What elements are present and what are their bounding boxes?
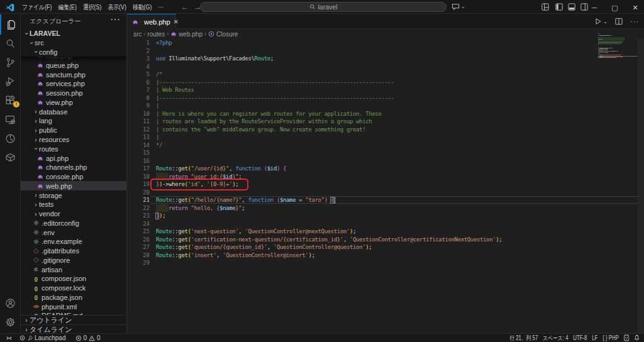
indentation-item[interactable]: スペース: 4 — [541, 334, 571, 342]
php-file-icon — [37, 183, 43, 189]
chevron-right-icon: › — [33, 108, 39, 115]
problems-item[interactable]: 0 0 — [72, 334, 104, 342]
tree-sticky-config[interactable]: ›config — [21, 48, 127, 57]
run-button[interactable]: ⌄ — [594, 18, 608, 25]
tree-item-tests[interactable]: ›tests — [21, 200, 127, 209]
tree-item-resources[interactable]: ›resources — [21, 135, 127, 145]
tree-item-artisan[interactable]: artisan — [21, 265, 127, 274]
language-mode-item[interactable]: { }PHP — [601, 334, 622, 342]
breadcrumb-src[interactable]: src — [133, 31, 142, 38]
tree-item-api-php[interactable]: api.php — [21, 153, 127, 163]
tree-item-routes[interactable]: ›routes — [21, 144, 127, 153]
php-file-icon — [132, 19, 138, 25]
settings-gear-icon[interactable] — [0, 312, 21, 332]
line-number: 14 — [127, 141, 150, 150]
tree-item--editorconfig[interactable]: .editorconfig — [21, 218, 127, 228]
split-editor-icon[interactable] — [615, 18, 623, 25]
code-line-9: 9| — [127, 102, 644, 110]
menu-3[interactable]: 表示(V) — [104, 0, 129, 14]
remote-explorer-icon[interactable] — [0, 109, 21, 130]
breadcrumb-file[interactable]: web.php — [179, 31, 203, 38]
breadcrumb-symbol[interactable]: Closure — [216, 31, 238, 38]
tree-item--gitignore[interactable]: .gitignore — [21, 256, 127, 265]
remote-indicator[interactable] — [0, 334, 16, 342]
explorer-icon[interactable] — [0, 14, 21, 35]
minimize-button[interactable]: ─ — [586, 1, 603, 14]
tree-item--env-example[interactable]: .env.example — [21, 237, 127, 246]
tree-item-package-json[interactable]: {}package.json — [21, 293, 127, 302]
tree-sticky-LARAVEL[interactable]: ›LARAVEL — [21, 29, 127, 38]
close-button[interactable]: ✕ — [626, 1, 644, 14]
code-line-17: 17Route::get("/user/{id}", function ($id… — [127, 165, 644, 173]
php-file-icon — [37, 62, 43, 69]
tab-web-php[interactable]: web.php ✕ — [127, 14, 176, 29]
editor-scrollbar[interactable] — [638, 39, 644, 333]
breadcrumb-routes[interactable]: routes — [147, 31, 165, 38]
launchpad-item[interactable]: Launchpad — [16, 334, 69, 342]
menu-5[interactable]: ··· — [155, 0, 167, 14]
line-number: 25 — [127, 228, 150, 236]
git-file-icon — [33, 257, 39, 263]
run-debug-icon[interactable] — [0, 71, 21, 91]
gear-file-icon — [33, 220, 39, 226]
tree-item-channels-php[interactable]: channels.php — [21, 163, 127, 172]
code-line-4: 4 — [127, 63, 644, 71]
search-icon[interactable] — [0, 33, 21, 53]
menu-0[interactable]: ファイル(F) — [19, 0, 55, 14]
tree-item-web-php[interactable]: web.php — [21, 181, 127, 190]
outline-section[interactable]: ›アウトライン — [21, 315, 127, 324]
chat-dropdown-caret[interactable]: ⌄ — [461, 0, 465, 14]
menu-4[interactable]: 移動(G) — [130, 0, 155, 14]
tree-sticky-src[interactable]: ›src — [21, 38, 127, 48]
tree-item-storage[interactable]: ›storage — [21, 190, 127, 200]
line-number: 2 — [127, 47, 150, 55]
toggle-sidebar-icon[interactable] — [555, 3, 563, 11]
nav-back-button[interactable]: ← — [181, 0, 189, 14]
sidebar-more-actions[interactable]: ··· — [110, 14, 120, 25]
menu-2[interactable]: 選択(S) — [80, 0, 104, 14]
tree-item-lang[interactable]: ›lang — [21, 116, 127, 126]
run-dropdown-caret[interactable]: ⌄ — [603, 19, 608, 25]
extensions-icon[interactable]: ! — [0, 90, 21, 110]
tree-item-view-php[interactable]: view.php — [21, 98, 127, 108]
tree-item-sanctum-php[interactable]: sanctum.php — [21, 70, 127, 79]
containers-icon[interactable] — [0, 147, 21, 167]
symbol-closure-icon — [208, 31, 214, 37]
tab-close-icon[interactable]: ✕ — [174, 18, 179, 25]
command-center-search[interactable]: laravel — [200, 2, 447, 12]
php-file-icon — [37, 72, 43, 78]
line-number: 26 — [127, 236, 150, 244]
tree-item-vendor[interactable]: ›vendor — [21, 209, 127, 219]
tree-item-session-php[interactable]: session.php — [21, 89, 127, 98]
menu-1[interactable]: 編集(E) — [55, 0, 79, 14]
tree-item-console-php[interactable]: console.php — [21, 172, 127, 182]
encoding-item[interactable]: UTF-8 — [571, 334, 590, 342]
tree-item-services-php[interactable]: services.php — [21, 79, 127, 89]
code-editor[interactable]: 1<?php23use Illuminate\Support\Facades\R… — [127, 39, 644, 333]
tree-item-database[interactable]: ›database — [21, 107, 127, 116]
tree-item-composer-json[interactable]: {}composer.json — [21, 274, 127, 284]
chat-icon[interactable] — [452, 3, 460, 11]
notifications-bell-icon[interactable] — [632, 334, 644, 342]
maximize-button[interactable]: ▢ — [606, 1, 624, 14]
title-bar: ファイル(F)編集(E)選択(S)表示(V)移動(G)··· ← → larav… — [0, 0, 644, 14]
tree-item--env[interactable]: .env — [21, 228, 127, 237]
customize-layout-icon[interactable] — [541, 3, 549, 11]
account-icon[interactable] — [0, 293, 21, 313]
tree-item--gitattributes[interactable]: .gitattributes — [21, 246, 127, 256]
tree-item-phpunit-xml[interactable]: </>phpunit.xml — [21, 302, 127, 311]
tree-item-composer-lock[interactable]: {}composer.lock — [21, 284, 127, 293]
toggle-panel-icon[interactable] — [568, 3, 575, 11]
artisan-file-icon — [33, 267, 39, 273]
feedback-icon[interactable] — [621, 334, 631, 342]
more-actions-icon[interactable]: ··· — [630, 18, 639, 25]
source-control-icon[interactable] — [0, 52, 21, 72]
annotation-red-box — [150, 179, 248, 190]
eol-item[interactable]: LF — [590, 334, 601, 342]
tree-item-public[interactable]: ›public — [21, 126, 127, 135]
editor-tabs-bar: web.php ✕ ⌄ ··· — [127, 14, 644, 29]
run-profile-icon[interactable] — [0, 128, 21, 148]
explorer-sidebar: エクスプローラー ··· mail.phpqueue.phpsanctum.ph… — [21, 14, 127, 333]
timeline-section[interactable]: ›タイムライン — [21, 324, 127, 333]
cursor-position-item[interactable]: 行 21、列 57 — [508, 334, 541, 342]
